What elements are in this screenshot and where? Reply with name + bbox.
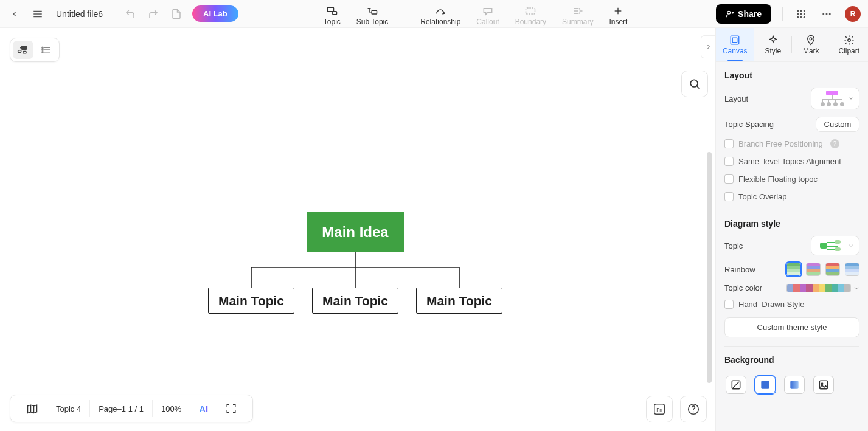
file-name[interactable]: Untitled file6	[54, 9, 105, 19]
solid-icon	[759, 379, 771, 391]
svg-rect-53	[733, 38, 738, 43]
topic-count[interactable]: Topic 4	[47, 395, 89, 422]
topic-node[interactable]: Main Topic	[416, 288, 502, 314]
boundary-icon	[524, 5, 536, 16]
checkbox[interactable]	[724, 157, 734, 166]
svg-rect-6	[526, 8, 535, 14]
toolbar-tools: Topic Sub Topic Relationship Callout Bou…	[324, 0, 628, 27]
topic-color-bar[interactable]	[786, 284, 851, 292]
chevron-down-icon[interactable]	[853, 285, 859, 291]
help-button[interactable]	[680, 396, 707, 422]
apps-grid-button[interactable]	[794, 7, 808, 21]
checkbox-flexible[interactable]: Flexible Floating topoc	[724, 174, 859, 184]
user-avatar[interactable]: R	[845, 6, 861, 22]
ai-button[interactable]: AI	[190, 395, 217, 422]
topbar-right: Share R	[716, 4, 861, 24]
tool-label: Boundary	[515, 18, 546, 26]
tool-label: Summary	[562, 18, 593, 26]
tab-canvas[interactable]: Canvas	[716, 28, 754, 61]
ai-label: AI	[199, 404, 208, 414]
svg-point-26	[826, 13, 828, 15]
svg-rect-52	[731, 36, 740, 44]
checkbox[interactable]	[724, 174, 734, 184]
svg-line-39	[697, 86, 700, 89]
tool-topic[interactable]: Topic	[324, 5, 341, 26]
checkbox[interactable]	[724, 139, 734, 148]
topic-node[interactable]: Main Topic	[208, 288, 294, 314]
row-topic-style: Topic	[724, 236, 859, 255]
topic-thumb-icon	[820, 239, 844, 252]
map-overview-button[interactable]	[18, 395, 47, 422]
tool-relationship[interactable]: Relationship	[420, 5, 460, 26]
spacing-select[interactable]: Custom	[816, 117, 859, 132]
bg-gradient[interactable]	[784, 376, 805, 394]
spacing-label: Topic Spacing	[724, 120, 774, 129]
vertical-scrollbar[interactable]	[707, 152, 712, 383]
checkbox-handdrawn[interactable]: Hand–Drawn Style	[724, 300, 859, 309]
hamburger-menu-button[interactable]	[30, 7, 45, 21]
svg-point-22	[797, 16, 799, 18]
view-mode-toggle	[10, 38, 60, 62]
rainbow-swatch[interactable]	[786, 263, 801, 276]
svg-line-57	[733, 382, 739, 388]
root-node[interactable]: Main Idea	[307, 212, 404, 252]
checkbox-branch-free[interactable]: Branch Free Positioning ?	[724, 139, 859, 148]
divider	[782, 7, 783, 21]
rainbow-swatch[interactable]	[806, 263, 821, 276]
checkbox[interactable]	[724, 300, 734, 309]
svg-point-54	[810, 37, 812, 40]
chevron-right-icon	[705, 43, 712, 50]
map-icon	[26, 403, 38, 414]
view-outline-button[interactable]	[36, 41, 57, 59]
svg-point-34	[42, 49, 43, 50]
tool-insert[interactable]: Insert	[609, 5, 627, 26]
bg-none[interactable]	[726, 376, 746, 394]
custom-theme-button[interactable]: Custom theme style	[724, 317, 859, 337]
topic-node[interactable]: Main Topic	[312, 288, 398, 314]
row-rainbow: Rainbow	[724, 263, 859, 276]
ai-lab-button[interactable]: AI Lab	[192, 5, 238, 22]
checkbox-overlap[interactable]: Topic Overlap	[724, 192, 859, 201]
redo-button[interactable]	[146, 7, 161, 21]
bg-image[interactable]	[813, 376, 834, 394]
share-label: Share	[738, 9, 762, 19]
tab-mark[interactable]: Mark	[792, 28, 830, 61]
back-button[interactable]	[7, 7, 22, 21]
bg-solid[interactable]	[755, 376, 776, 394]
svg-rect-5	[372, 10, 377, 14]
callout-icon	[482, 5, 494, 16]
view-mindmap-button[interactable]	[13, 41, 33, 59]
topbar-left: Untitled file6 AI Lab	[7, 5, 238, 22]
tool-summary: Summary	[562, 5, 593, 26]
svg-rect-58	[761, 381, 769, 388]
topic-style-select[interactable]	[811, 236, 859, 255]
more-menu-button[interactable]	[819, 7, 834, 21]
rainbow-options	[786, 263, 859, 276]
layout-select[interactable]	[811, 88, 859, 109]
rainbow-swatch[interactable]	[845, 263, 859, 276]
rainbow-swatch[interactable]	[825, 263, 840, 276]
zoom-level[interactable]: 100%	[153, 395, 190, 422]
help-icon	[687, 402, 700, 416]
search-button[interactable]	[681, 71, 708, 97]
svg-rect-60	[819, 381, 827, 388]
panel-collapse-button[interactable]	[701, 35, 715, 58]
canvas[interactable]: Main Idea Main Topic Main Topic Main Top…	[0, 28, 715, 431]
function-key-button[interactable]: Fn	[646, 396, 673, 422]
tab-clipart[interactable]: Clipart	[830, 28, 869, 61]
topiccolor-label: Topic color	[724, 283, 762, 292]
tool-subtopic[interactable]: Sub Topic	[356, 5, 388, 26]
info-icon[interactable]: ?	[830, 139, 839, 148]
fullscreen-button[interactable]	[217, 395, 245, 422]
page-indicator[interactable]: Page–1 1 / 1	[90, 395, 152, 422]
rainbow-label: Rainbow	[724, 265, 755, 274]
share-button[interactable]: Share	[716, 4, 771, 24]
checkbox-same-level[interactable]: Same–level Topics Alignment	[724, 157, 859, 166]
topic-icon	[326, 5, 338, 16]
row-spacing: Topic Spacing Custom	[724, 117, 859, 132]
undo-button[interactable]	[123, 7, 137, 21]
layout-label: Layout	[724, 94, 748, 103]
tab-style[interactable]: Style	[754, 28, 793, 61]
history-button[interactable]	[169, 7, 184, 21]
checkbox[interactable]	[724, 192, 734, 201]
